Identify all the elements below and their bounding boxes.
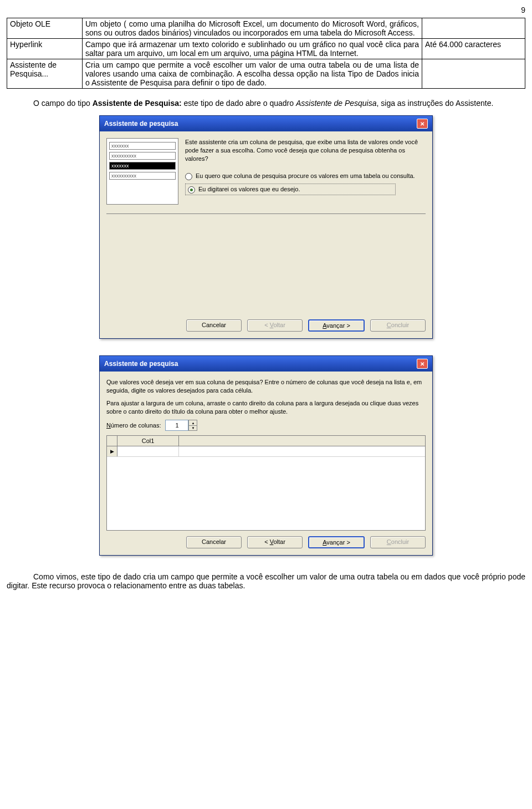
chevron-down-icon[interactable]: ▼ bbox=[189, 426, 197, 431]
cell-name: Hyperlink bbox=[7, 39, 83, 59]
finish-button: Concluir bbox=[370, 536, 426, 548]
cell-desc: Cria um campo que permite a você escolhe… bbox=[83, 59, 422, 89]
radio-lookup-table[interactable]: Eu quero que coluna de pesquisa procure … bbox=[185, 172, 426, 180]
cell-desc: Campo que irá armazenar um texto colorid… bbox=[83, 39, 422, 59]
wizard-intro-text: Este assistente cria um coluna de pesqui… bbox=[185, 138, 426, 163]
radio-label: Eu digitarei os valores que eu desejo. bbox=[198, 185, 300, 194]
cell-name: Objeto OLE bbox=[7, 18, 83, 39]
radio-icon bbox=[185, 173, 192, 180]
next-button[interactable]: Avançar > bbox=[308, 536, 365, 548]
page-number: 9 bbox=[7, 6, 525, 14]
numcols-input[interactable]: 1 bbox=[165, 420, 188, 431]
dialog-title: Assistente de pesquisa bbox=[104, 360, 178, 368]
table-row: Assistente de Pesquisa... Cria um campo … bbox=[7, 59, 525, 89]
back-button: < Voltar bbox=[247, 319, 303, 332]
cell-size: Até 64.000 caracteres bbox=[422, 39, 525, 59]
grid-corner bbox=[107, 436, 117, 446]
field-types-table: Objeto OLE Um objeto ( como uma planilha… bbox=[7, 18, 525, 89]
close-icon[interactable]: ✕ bbox=[417, 119, 428, 129]
cell-desc: Um objeto ( como uma planilha do Microso… bbox=[83, 18, 422, 39]
table-row: Hyperlink Campo que irá armazenar um tex… bbox=[7, 39, 525, 59]
cancel-button[interactable]: Cancelar bbox=[186, 536, 242, 548]
radio-label: Eu quero que coluna de pesquisa procure … bbox=[196, 172, 415, 180]
wizard-instruction-2: Para ajustar a largura de um coluna, arr… bbox=[106, 399, 426, 416]
cell-size bbox=[422, 59, 525, 89]
grid-column-header[interactable]: Col1 bbox=[117, 436, 179, 446]
lookup-wizard-dialog-step1: Assistente de pesquisa ✕ xxxxxxx xxxxxxx… bbox=[99, 115, 433, 339]
wizard-instruction-1: Que valores você deseja ver em sua colun… bbox=[106, 378, 426, 395]
next-button[interactable]: Avançar > bbox=[308, 319, 365, 332]
grid-cell[interactable] bbox=[117, 446, 179, 456]
paragraph-assistente: O campo do tipo Assistente de Pesquisa: … bbox=[7, 99, 525, 108]
wizard-preview-image: xxxxxxx xxxxxxxxxx xxxxxxx xxxxxxxxxx bbox=[106, 138, 178, 205]
chevron-up-icon[interactable]: ▲ bbox=[189, 420, 197, 426]
values-grid[interactable]: Col1 ▶ bbox=[106, 435, 426, 531]
cancel-button[interactable]: Cancelar bbox=[186, 319, 242, 332]
finish-button: Concluir bbox=[370, 319, 426, 332]
dialog-title: Assistente de pesquisa bbox=[104, 120, 178, 128]
cell-name: Assistente de Pesquisa... bbox=[7, 59, 83, 89]
cell-size bbox=[422, 18, 525, 39]
lookup-wizard-dialog-step2: Assistente de pesquisa ✕ Que valores voc… bbox=[99, 355, 433, 556]
dialog-titlebar[interactable]: Assistente de pesquisa ✕ bbox=[100, 356, 432, 372]
grid-row-selector[interactable]: ▶ bbox=[107, 446, 117, 456]
numcols-spinner[interactable]: ▲ ▼ bbox=[188, 420, 197, 431]
numcols-label: Número de colunas: bbox=[106, 422, 161, 429]
radio-icon bbox=[188, 186, 195, 194]
paragraph-conclusion: Como vimos, este tipo de dado cria um ca… bbox=[7, 572, 525, 590]
radio-type-values[interactable]: Eu digitarei os valores que eu desejo. bbox=[185, 184, 396, 195]
table-row: Objeto OLE Um objeto ( como uma planilha… bbox=[7, 18, 525, 39]
wizard-empty-area bbox=[106, 213, 426, 314]
back-button[interactable]: < Voltar bbox=[247, 536, 303, 548]
dialog-titlebar[interactable]: Assistente de pesquisa ✕ bbox=[100, 116, 432, 131]
close-icon[interactable]: ✕ bbox=[417, 359, 428, 369]
